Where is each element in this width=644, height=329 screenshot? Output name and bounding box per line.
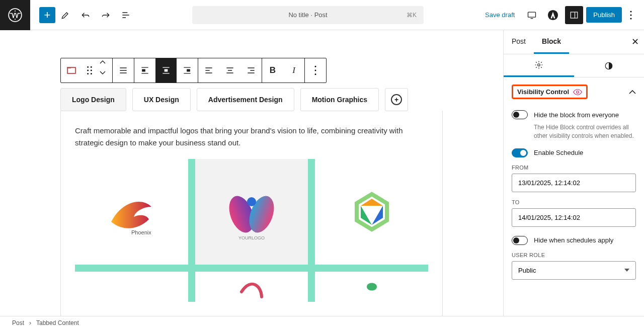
bold-icon: B [270,65,276,75]
hide-schedule-toggle[interactable] [512,236,528,245]
justify-left-button[interactable] [134,58,155,83]
top-toolbar: + No title · Post ⌘K Save draft Publish [0,0,644,30]
close-sidebar-button[interactable]: ✕ [631,36,639,47]
text-align-right-icon [246,65,256,75]
editor-canvas[interactable]: B I Logo Design UX Design Advertisement … [0,30,503,316]
more-options-button[interactable] [625,11,637,20]
add-tab-button[interactable]: + [385,88,408,111]
align-icon [118,65,128,75]
tab-description: Craft memorable and impactful logos that… [75,125,428,149]
undo-button[interactable] [75,5,96,25]
block-more-button[interactable] [305,58,326,83]
sidebar-tab-block[interactable]: Block [534,30,569,54]
logo-yourlogo: YOURLOGO [195,159,308,265]
logo-gallery: Phoenix YOURLOGO [75,159,428,302]
outline-button[interactable] [116,5,136,25]
visibility-panel-header[interactable]: Visibility Control [504,77,644,106]
astra-button[interactable] [544,6,562,24]
breadcrumb: Post › Tabbed Content [0,316,644,329]
list-icon [121,10,131,20]
svg-point-8 [91,66,92,68]
sidebar-icon-tabs [504,54,644,77]
astra-icon [547,10,558,21]
plus-circle-icon: + [391,94,402,105]
hide-schedule-label: Hide when schedules apply [534,236,613,244]
undo-icon [80,10,91,20]
user-role-label: USER ROLE [512,252,636,258]
hide-block-help: The Hide Block control overrides all oth… [534,123,636,140]
justify-center-button[interactable] [155,58,177,83]
enable-schedule-label: Enable Schedule [534,149,583,156]
text-align-center-icon [225,65,235,75]
edit-tool-button[interactable] [55,5,75,25]
justify-center-icon [161,65,171,75]
tab-ux-design[interactable]: UX Design [132,88,191,111]
svg-point-18 [315,73,316,75]
text-align-right-button[interactable] [240,58,262,83]
svg-point-6 [630,18,632,19]
publish-button[interactable]: Publish [586,7,622,23]
svg-rect-15 [187,69,190,72]
settings-tab[interactable] [504,54,574,77]
breadcrumb-root[interactable]: Post [12,319,24,326]
svg-rect-3 [571,12,578,18]
svg-point-10 [91,70,92,71]
add-block-button[interactable]: + [39,7,55,23]
justify-right-icon [182,65,192,75]
text-align-left-button[interactable] [198,58,219,83]
bold-button[interactable]: B [262,58,283,83]
enable-schedule-toggle[interactable] [512,148,528,157]
block-type-button[interactable] [61,58,82,83]
wordpress-icon [8,8,22,22]
svg-point-7 [87,66,89,68]
sidebar-icon [570,11,579,20]
tab-motion-graphics[interactable]: Motion Graphics [300,88,379,111]
logo-phoenix: Phoenix [75,159,188,265]
gear-icon [534,60,543,69]
user-role-select[interactable]: Public [512,261,636,280]
breadcrumb-current[interactable]: Tabbed Content [36,319,79,326]
to-datetime-input[interactable] [512,208,636,227]
styles-tab[interactable] [574,54,645,77]
drag-handle[interactable] [82,58,97,83]
breadcrumb-separator: › [29,319,31,326]
kebab-icon [310,65,320,75]
italic-icon: I [292,65,295,75]
kebab-icon [630,11,632,20]
hide-block-toggle[interactable] [512,110,528,119]
tab-logo-design[interactable]: Logo Design [60,88,126,111]
settings-sidebar: Post Block ✕ Visibility Control Hide the… [503,30,644,316]
document-title-bar[interactable]: No title · Post ⌘K [192,6,424,24]
svg-point-24 [538,64,540,66]
italic-button[interactable]: I [283,58,304,83]
contrast-icon [604,61,613,70]
redo-button[interactable] [96,5,116,25]
svg-point-16 [315,66,316,67]
svg-text:YOURLOGO: YOURLOGO [238,235,265,240]
tab-advertisement-design[interactable]: Advertisement Design [197,88,294,111]
wordpress-logo[interactable] [0,0,30,30]
svg-point-17 [315,70,316,71]
logo-placeholder-3 [315,272,428,302]
align-button[interactable] [113,58,134,83]
tab-panel: Craft memorable and impactful logos that… [60,111,443,316]
move-buttons[interactable] [97,58,112,83]
justify-right-button[interactable] [177,58,198,83]
sidebar-tab-post[interactable]: Post [504,30,534,54]
command-shortcut: ⌘K [407,12,417,19]
visibility-panel-title: Visibility Control [517,88,569,96]
eye-icon [573,89,582,96]
device-preview-button[interactable] [523,6,541,24]
from-datetime-input[interactable] [512,174,636,192]
visibility-panel-body: Hide the block from everyone The Hide Bl… [504,106,644,290]
svg-point-4 [630,11,632,12]
redo-icon [101,10,111,20]
justify-left-icon [140,65,150,75]
svg-rect-13 [142,69,145,72]
save-draft-button[interactable]: Save draft [480,11,520,19]
settings-sidebar-button[interactable] [565,6,583,24]
svg-point-5 [630,14,632,16]
close-icon: ✕ [631,37,639,47]
text-align-center-button[interactable] [219,58,240,83]
svg-point-12 [91,73,92,74]
